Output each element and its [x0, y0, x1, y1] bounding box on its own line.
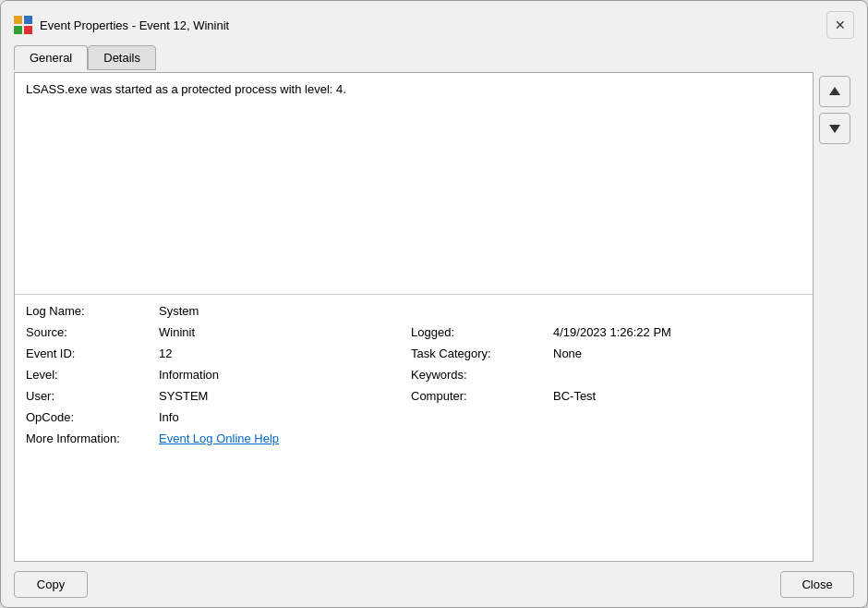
user-label: User:	[26, 389, 155, 403]
content-area: LSASS.exe was started as a protected pro…	[1, 70, 867, 562]
task-category-label: Task Category:	[411, 347, 549, 360]
title-bar-left: Event Properties - Event 12, Wininit	[14, 16, 229, 34]
logged-label: Logged:	[411, 325, 549, 339]
scroll-up-button[interactable]	[819, 76, 850, 107]
event-id-value: 12	[159, 347, 407, 360]
svg-rect-2	[14, 26, 22, 34]
source-label: Source:	[26, 325, 155, 339]
source-value: Wininit	[159, 325, 407, 339]
title-bar: Event Properties - Event 12, Wininit ✕	[1, 1, 867, 40]
message-area: LSASS.exe was started as a protected pro…	[15, 73, 813, 295]
level-value: Information	[159, 368, 407, 382]
task-category-value: None	[553, 347, 802, 360]
window-close-button[interactable]: ✕	[826, 11, 854, 39]
bottom-bar: Copy Close	[1, 562, 867, 607]
fields-area: Log Name: System Source: Wininit Logged:…	[15, 295, 813, 455]
side-buttons	[819, 72, 854, 562]
svg-rect-0	[14, 16, 22, 24]
computer-value: BC-Test	[553, 389, 802, 403]
copy-button[interactable]: Copy	[14, 571, 88, 598]
level-label: Level:	[26, 368, 155, 382]
app-icon	[14, 16, 32, 34]
svg-rect-1	[24, 16, 32, 24]
dialog-window: Event Properties - Event 12, Wininit ✕ G…	[0, 0, 868, 608]
main-panel: LSASS.exe was started as a protected pro…	[14, 72, 854, 562]
opcode-label: OpCode:	[26, 410, 155, 424]
log-name-value: System	[159, 304, 407, 318]
event-log-online-help-link[interactable]: Event Log Online Help	[159, 432, 407, 445]
panel-box: LSASS.exe was started as a protected pro…	[14, 72, 814, 562]
svg-marker-5	[829, 125, 840, 133]
scroll-down-button[interactable]	[819, 113, 850, 144]
user-value: SYSTEM	[159, 389, 407, 403]
svg-rect-3	[24, 26, 32, 34]
window-title: Event Properties - Event 12, Wininit	[40, 18, 229, 32]
keywords-label: Keywords:	[411, 368, 549, 382]
more-info-label: More Information:	[26, 432, 155, 445]
tab-details[interactable]: Details	[88, 45, 156, 70]
event-id-label: Event ID:	[26, 347, 155, 360]
keywords-value	[553, 368, 802, 382]
arrow-up-icon	[827, 84, 842, 99]
computer-label: Computer:	[411, 389, 549, 403]
opcode-value: Info	[159, 410, 407, 424]
arrow-down-icon	[827, 121, 842, 136]
logged-value: 4/19/2023 1:26:22 PM	[553, 325, 802, 339]
tab-general[interactable]: General	[14, 45, 88, 70]
svg-marker-4	[829, 87, 840, 95]
close-button[interactable]: Close	[780, 571, 854, 598]
event-message-text: LSASS.exe was started as a protected pro…	[26, 82, 346, 96]
tabs-bar: General Details	[1, 40, 867, 70]
log-name-label: Log Name:	[26, 304, 155, 318]
